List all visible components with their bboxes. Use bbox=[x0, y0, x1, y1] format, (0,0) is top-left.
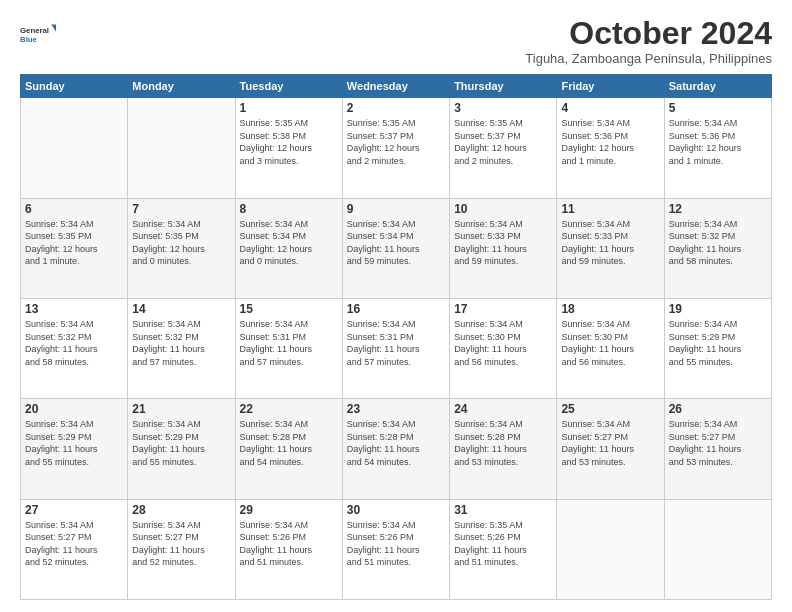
day-number: 31 bbox=[454, 503, 552, 517]
day-info: Sunrise: 5:34 AM Sunset: 5:31 PM Dayligh… bbox=[240, 318, 338, 368]
logo: General Blue bbox=[20, 16, 56, 52]
calendar-cell: 29Sunrise: 5:34 AM Sunset: 5:26 PM Dayli… bbox=[235, 499, 342, 599]
week-row-5: 27Sunrise: 5:34 AM Sunset: 5:27 PM Dayli… bbox=[21, 499, 772, 599]
day-info: Sunrise: 5:34 AM Sunset: 5:30 PM Dayligh… bbox=[561, 318, 659, 368]
calendar-cell: 17Sunrise: 5:34 AM Sunset: 5:30 PM Dayli… bbox=[450, 298, 557, 398]
col-wednesday: Wednesday bbox=[342, 75, 449, 98]
day-info: Sunrise: 5:34 AM Sunset: 5:30 PM Dayligh… bbox=[454, 318, 552, 368]
day-number: 7 bbox=[132, 202, 230, 216]
col-monday: Monday bbox=[128, 75, 235, 98]
calendar-cell: 23Sunrise: 5:34 AM Sunset: 5:28 PM Dayli… bbox=[342, 399, 449, 499]
day-info: Sunrise: 5:34 AM Sunset: 5:33 PM Dayligh… bbox=[561, 218, 659, 268]
calendar-cell: 24Sunrise: 5:34 AM Sunset: 5:28 PM Dayli… bbox=[450, 399, 557, 499]
day-number: 26 bbox=[669, 402, 767, 416]
day-number: 30 bbox=[347, 503, 445, 517]
calendar-cell: 30Sunrise: 5:34 AM Sunset: 5:26 PM Dayli… bbox=[342, 499, 449, 599]
day-info: Sunrise: 5:34 AM Sunset: 5:36 PM Dayligh… bbox=[561, 117, 659, 167]
day-info: Sunrise: 5:34 AM Sunset: 5:34 PM Dayligh… bbox=[240, 218, 338, 268]
calendar-cell: 22Sunrise: 5:34 AM Sunset: 5:28 PM Dayli… bbox=[235, 399, 342, 499]
calendar-cell bbox=[21, 98, 128, 198]
day-number: 14 bbox=[132, 302, 230, 316]
day-number: 2 bbox=[347, 101, 445, 115]
calendar-cell: 25Sunrise: 5:34 AM Sunset: 5:27 PM Dayli… bbox=[557, 399, 664, 499]
location: Tiguha, Zamboanga Peninsula, Philippines bbox=[525, 51, 772, 66]
day-info: Sunrise: 5:34 AM Sunset: 5:28 PM Dayligh… bbox=[347, 418, 445, 468]
day-info: Sunrise: 5:34 AM Sunset: 5:26 PM Dayligh… bbox=[240, 519, 338, 569]
day-info: Sunrise: 5:34 AM Sunset: 5:27 PM Dayligh… bbox=[669, 418, 767, 468]
day-number: 10 bbox=[454, 202, 552, 216]
calendar-cell: 27Sunrise: 5:34 AM Sunset: 5:27 PM Dayli… bbox=[21, 499, 128, 599]
day-number: 1 bbox=[240, 101, 338, 115]
calendar-cell: 13Sunrise: 5:34 AM Sunset: 5:32 PM Dayli… bbox=[21, 298, 128, 398]
day-number: 28 bbox=[132, 503, 230, 517]
calendar-cell: 11Sunrise: 5:34 AM Sunset: 5:33 PM Dayli… bbox=[557, 198, 664, 298]
calendar-table: Sunday Monday Tuesday Wednesday Thursday… bbox=[20, 74, 772, 600]
calendar-cell: 5Sunrise: 5:34 AM Sunset: 5:36 PM Daylig… bbox=[664, 98, 771, 198]
day-number: 12 bbox=[669, 202, 767, 216]
calendar-cell: 4Sunrise: 5:34 AM Sunset: 5:36 PM Daylig… bbox=[557, 98, 664, 198]
day-number: 16 bbox=[347, 302, 445, 316]
day-info: Sunrise: 5:34 AM Sunset: 5:28 PM Dayligh… bbox=[454, 418, 552, 468]
svg-text:General: General bbox=[20, 26, 49, 35]
day-info: Sunrise: 5:35 AM Sunset: 5:37 PM Dayligh… bbox=[347, 117, 445, 167]
calendar-cell: 2Sunrise: 5:35 AM Sunset: 5:37 PM Daylig… bbox=[342, 98, 449, 198]
calendar-cell: 6Sunrise: 5:34 AM Sunset: 5:35 PM Daylig… bbox=[21, 198, 128, 298]
day-number: 15 bbox=[240, 302, 338, 316]
day-info: Sunrise: 5:35 AM Sunset: 5:38 PM Dayligh… bbox=[240, 117, 338, 167]
day-info: Sunrise: 5:34 AM Sunset: 5:35 PM Dayligh… bbox=[25, 218, 123, 268]
day-number: 18 bbox=[561, 302, 659, 316]
day-info: Sunrise: 5:34 AM Sunset: 5:35 PM Dayligh… bbox=[132, 218, 230, 268]
calendar-cell: 20Sunrise: 5:34 AM Sunset: 5:29 PM Dayli… bbox=[21, 399, 128, 499]
day-info: Sunrise: 5:34 AM Sunset: 5:27 PM Dayligh… bbox=[132, 519, 230, 569]
calendar-cell: 9Sunrise: 5:34 AM Sunset: 5:34 PM Daylig… bbox=[342, 198, 449, 298]
week-row-3: 13Sunrise: 5:34 AM Sunset: 5:32 PM Dayli… bbox=[21, 298, 772, 398]
calendar-cell: 7Sunrise: 5:34 AM Sunset: 5:35 PM Daylig… bbox=[128, 198, 235, 298]
day-info: Sunrise: 5:34 AM Sunset: 5:31 PM Dayligh… bbox=[347, 318, 445, 368]
day-number: 20 bbox=[25, 402, 123, 416]
day-info: Sunrise: 5:34 AM Sunset: 5:29 PM Dayligh… bbox=[132, 418, 230, 468]
day-info: Sunrise: 5:34 AM Sunset: 5:29 PM Dayligh… bbox=[25, 418, 123, 468]
day-info: Sunrise: 5:34 AM Sunset: 5:29 PM Dayligh… bbox=[669, 318, 767, 368]
svg-marker-2 bbox=[51, 24, 56, 31]
day-number: 24 bbox=[454, 402, 552, 416]
day-info: Sunrise: 5:34 AM Sunset: 5:27 PM Dayligh… bbox=[561, 418, 659, 468]
calendar-cell: 16Sunrise: 5:34 AM Sunset: 5:31 PM Dayli… bbox=[342, 298, 449, 398]
col-tuesday: Tuesday bbox=[235, 75, 342, 98]
day-number: 6 bbox=[25, 202, 123, 216]
calendar-cell bbox=[557, 499, 664, 599]
col-friday: Friday bbox=[557, 75, 664, 98]
day-number: 19 bbox=[669, 302, 767, 316]
week-row-1: 1Sunrise: 5:35 AM Sunset: 5:38 PM Daylig… bbox=[21, 98, 772, 198]
calendar-cell: 8Sunrise: 5:34 AM Sunset: 5:34 PM Daylig… bbox=[235, 198, 342, 298]
week-row-2: 6Sunrise: 5:34 AM Sunset: 5:35 PM Daylig… bbox=[21, 198, 772, 298]
header: General Blue October 2024 Tiguha, Zamboa… bbox=[20, 16, 772, 66]
calendar-cell: 18Sunrise: 5:34 AM Sunset: 5:30 PM Dayli… bbox=[557, 298, 664, 398]
col-sunday: Sunday bbox=[21, 75, 128, 98]
day-number: 23 bbox=[347, 402, 445, 416]
calendar-cell: 19Sunrise: 5:34 AM Sunset: 5:29 PM Dayli… bbox=[664, 298, 771, 398]
day-info: Sunrise: 5:34 AM Sunset: 5:32 PM Dayligh… bbox=[25, 318, 123, 368]
day-info: Sunrise: 5:34 AM Sunset: 5:32 PM Dayligh… bbox=[669, 218, 767, 268]
day-number: 5 bbox=[669, 101, 767, 115]
day-info: Sunrise: 5:35 AM Sunset: 5:26 PM Dayligh… bbox=[454, 519, 552, 569]
col-saturday: Saturday bbox=[664, 75, 771, 98]
col-thursday: Thursday bbox=[450, 75, 557, 98]
calendar-cell: 21Sunrise: 5:34 AM Sunset: 5:29 PM Dayli… bbox=[128, 399, 235, 499]
calendar-cell: 12Sunrise: 5:34 AM Sunset: 5:32 PM Dayli… bbox=[664, 198, 771, 298]
day-info: Sunrise: 5:34 AM Sunset: 5:28 PM Dayligh… bbox=[240, 418, 338, 468]
calendar-cell: 15Sunrise: 5:34 AM Sunset: 5:31 PM Dayli… bbox=[235, 298, 342, 398]
calendar-cell: 26Sunrise: 5:34 AM Sunset: 5:27 PM Dayli… bbox=[664, 399, 771, 499]
calendar-cell: 3Sunrise: 5:35 AM Sunset: 5:37 PM Daylig… bbox=[450, 98, 557, 198]
day-number: 29 bbox=[240, 503, 338, 517]
day-number: 25 bbox=[561, 402, 659, 416]
day-info: Sunrise: 5:34 AM Sunset: 5:33 PM Dayligh… bbox=[454, 218, 552, 268]
day-info: Sunrise: 5:34 AM Sunset: 5:34 PM Dayligh… bbox=[347, 218, 445, 268]
day-number: 9 bbox=[347, 202, 445, 216]
day-number: 8 bbox=[240, 202, 338, 216]
day-number: 13 bbox=[25, 302, 123, 316]
day-number: 22 bbox=[240, 402, 338, 416]
day-number: 3 bbox=[454, 101, 552, 115]
day-info: Sunrise: 5:35 AM Sunset: 5:37 PM Dayligh… bbox=[454, 117, 552, 167]
month-title: October 2024 bbox=[525, 16, 772, 51]
calendar-cell: 31Sunrise: 5:35 AM Sunset: 5:26 PM Dayli… bbox=[450, 499, 557, 599]
